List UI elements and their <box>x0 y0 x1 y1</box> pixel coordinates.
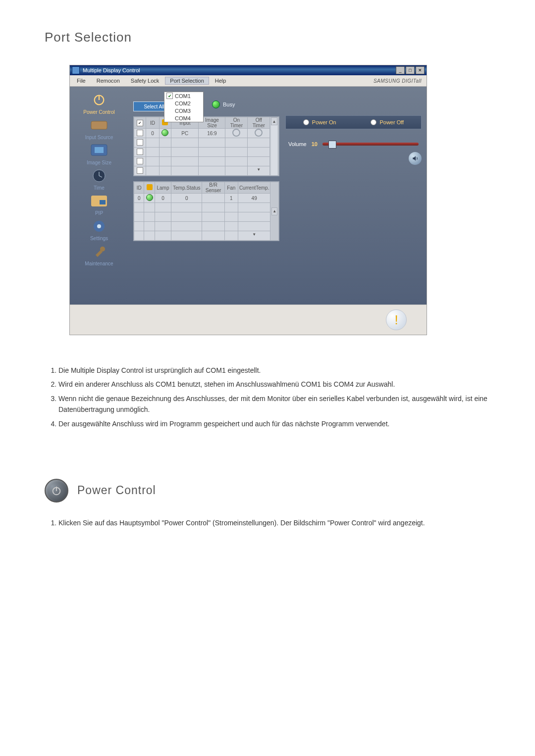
table-row[interactable]: 0 PC 16:9 <box>134 129 279 138</box>
table-row[interactable] <box>134 148 279 157</box>
radio-icon <box>303 119 309 125</box>
menu-file[interactable]: File <box>72 77 91 85</box>
volume-label: Volume <box>288 141 307 147</box>
status-led-icon <box>146 194 153 201</box>
nav-settings[interactable]: Settings <box>89 218 109 241</box>
close-button[interactable]: ✕ <box>416 66 425 74</box>
row-checkbox[interactable] <box>137 149 143 155</box>
row-checkbox[interactable] <box>137 158 143 164</box>
table-row[interactable]: ▼ <box>134 166 279 176</box>
maximize-button[interactable]: □ <box>406 66 415 74</box>
mdc-window: Multiple Display Control _ □ ✕ File Remo… <box>69 65 427 335</box>
table-row[interactable] <box>134 203 279 212</box>
svg-point-11 <box>97 224 101 228</box>
power-control-icon <box>45 479 68 503</box>
busy-label: Busy <box>223 101 235 107</box>
table-row[interactable] <box>134 157 279 166</box>
nav-input-source-label: Input Source <box>85 135 113 140</box>
list-item: Klicken Sie auf das Hauptsymbol "Power C… <box>58 517 490 528</box>
scroll-up-button[interactable]: ▲ <box>271 117 277 125</box>
brand-label: SAMSUNG DIGITall <box>374 78 425 84</box>
power-on-button[interactable]: Power On <box>303 119 336 125</box>
speaker-icon <box>409 152 422 165</box>
nav-power-control[interactable]: Power Control <box>83 92 114 115</box>
menubar: File Remocon Safety Lock Port Selection … <box>70 75 427 87</box>
col2-status <box>144 182 155 194</box>
sidebar: Power Control Input Source Image Size Ti… <box>70 87 128 304</box>
nav-power-control-label: Power Control <box>83 109 114 115</box>
status-grid: ID Lamp Temp.Status B/R Senser Fan Curre… <box>133 181 279 241</box>
nav-image-size[interactable]: Image Size <box>87 142 111 165</box>
menu-remocon[interactable]: Remocon <box>92 77 125 85</box>
select-all-checkbox[interactable]: ✔ <box>137 120 143 126</box>
col-on-timer: On Timer <box>225 117 248 129</box>
svg-rect-4 <box>95 147 104 153</box>
col2-temp-status: Temp.Status <box>171 182 202 194</box>
description-list-1: Die Multiple Display Control ist ursprün… <box>45 365 490 429</box>
volume-slider[interactable] <box>322 143 419 146</box>
svg-point-12 <box>100 247 105 252</box>
col-off-timer: Off Timer <box>248 117 270 129</box>
nav-pip[interactable]: PIP <box>89 193 109 216</box>
port-option-com1[interactable]: ✔COM1 <box>164 92 203 100</box>
app-icon <box>72 66 80 74</box>
port-option-com3[interactable]: COM3 <box>164 107 203 114</box>
display-grid: ✔ ID Input Image Size On Timer Off Timer… <box>133 116 279 176</box>
nav-maintenance[interactable]: Maintenance <box>85 243 113 266</box>
nav-settings-label: Settings <box>90 236 108 241</box>
scroll-down-button[interactable]: ▼ <box>239 232 269 239</box>
row-checkbox[interactable] <box>137 139 143 146</box>
titlebar: Multiple Display Control _ □ ✕ <box>70 65 427 75</box>
off-timer-icon <box>255 129 263 137</box>
col2-fan: Fan <box>224 182 238 194</box>
on-timer-icon <box>232 129 240 137</box>
status-led-icon <box>161 129 168 136</box>
volume-slider-handle[interactable] <box>328 141 336 149</box>
svg-rect-2 <box>91 121 107 129</box>
info-icon: ! <box>386 309 407 330</box>
section-title-power-control: Power Control <box>77 484 156 497</box>
col2-id: ID <box>134 182 144 194</box>
col2-current-temp: CurrentTemp. <box>238 182 270 194</box>
nav-image-size-label: Image Size <box>87 160 111 165</box>
col2-lamp: Lamp <box>155 182 171 194</box>
port-selection-dropdown[interactable]: ✔COM1 COM2 COM3 COM4 <box>164 92 204 122</box>
list-item: Wenn nicht die genaue Bezeichnung des An… <box>58 393 490 415</box>
port-option-com2[interactable]: COM2 <box>164 100 203 107</box>
list-item: Der ausgewählte Anschluss wird im Progra… <box>58 418 490 429</box>
table-row[interactable] <box>134 138 279 148</box>
status-bar: ! <box>70 304 427 335</box>
scroll-up-button[interactable]: ▲ <box>271 207 277 215</box>
minimize-button[interactable]: _ <box>396 66 405 74</box>
description-list-2: Klicken Sie auf das Hauptsymbol "Power C… <box>45 517 490 528</box>
port-option-com4[interactable]: COM4 <box>164 114 203 122</box>
table-row[interactable] <box>134 222 279 231</box>
nav-input-source[interactable]: Input Source <box>85 117 113 140</box>
window-title: Multiple Display Control <box>83 67 140 73</box>
menu-safety-lock[interactable]: Safety Lock <box>126 77 164 85</box>
row-checkbox[interactable] <box>137 167 143 174</box>
nav-time[interactable]: Time <box>89 167 109 191</box>
volume-value: 10 <box>312 141 318 147</box>
svg-rect-9 <box>100 200 106 204</box>
radio-icon <box>371 119 376 125</box>
menu-port-selection[interactable]: Port Selection <box>165 77 209 85</box>
col2-br-senser: B/R Senser <box>202 182 224 194</box>
col-id: ID <box>146 117 159 129</box>
section-title-port-selection: Port Selection <box>45 30 490 45</box>
list-item: Die Multiple Display Control ist ursprün… <box>58 365 490 376</box>
list-item: Wird ein anderer Anschluss als COM1 benu… <box>58 379 490 390</box>
check-icon: ✔ <box>166 93 173 99</box>
row-checkbox[interactable] <box>137 130 143 136</box>
nav-maintenance-label: Maintenance <box>85 261 113 266</box>
busy-led-icon <box>212 101 220 108</box>
scroll-down-button[interactable]: ▼ <box>249 167 268 174</box>
menu-help[interactable]: Help <box>210 77 231 85</box>
table-row[interactable]: 0 0 0 1 49 <box>134 194 279 203</box>
nav-time-label: Time <box>94 185 105 191</box>
power-off-button[interactable]: Power Off <box>371 119 404 125</box>
table-row[interactable]: ▼ <box>134 231 279 241</box>
table-row[interactable] <box>134 212 279 222</box>
power-buttons-bar: Power On Power Off <box>285 115 422 129</box>
busy-indicator: Busy <box>212 101 235 108</box>
